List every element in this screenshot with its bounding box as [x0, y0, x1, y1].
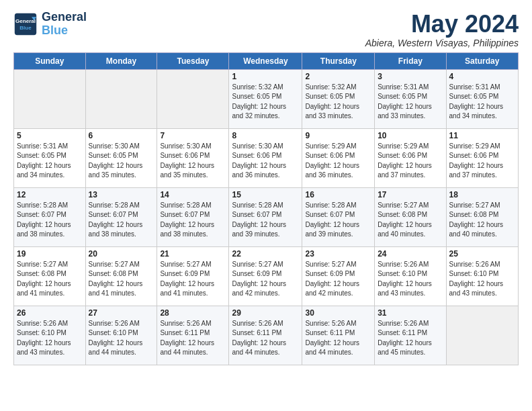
day-detail: Sunrise: 5:30 AM Sunset: 6:05 PM Dayligh… [89, 142, 154, 181]
day-number: 7 [160, 131, 226, 140]
logo-line1: General [42, 11, 87, 24]
day-header: Friday [375, 52, 446, 69]
day-detail: Sunrise: 5:26 AM Sunset: 6:11 PM Dayligh… [160, 319, 226, 358]
calendar-cell: 14Sunrise: 5:28 AM Sunset: 6:07 PM Dayli… [157, 187, 229, 246]
day-number: 10 [378, 131, 443, 140]
calendar-cell: 15Sunrise: 5:28 AM Sunset: 6:07 PM Dayli… [229, 187, 302, 246]
calendar-cell: 23Sunrise: 5:27 AM Sunset: 6:09 PM Dayli… [302, 246, 375, 306]
day-number: 19 [17, 249, 83, 259]
logo-icon: General Blue [13, 12, 38, 36]
calendar-cell: 26Sunrise: 5:26 AM Sunset: 6:10 PM Dayli… [14, 306, 86, 365]
calendar-cell: 27Sunrise: 5:26 AM Sunset: 6:10 PM Dayli… [85, 306, 157, 365]
day-number: 28 [160, 308, 226, 318]
day-detail: Sunrise: 5:27 AM Sunset: 6:09 PM Dayligh… [232, 260, 299, 299]
day-number: 16 [305, 190, 371, 199]
day-number: 31 [378, 308, 443, 318]
day-detail: Sunrise: 5:27 AM Sunset: 6:08 PM Dayligh… [89, 260, 154, 299]
day-number: 6 [89, 131, 154, 140]
day-number: 23 [305, 249, 371, 259]
day-detail: Sunrise: 5:32 AM Sunset: 6:05 PM Dayligh… [232, 83, 299, 122]
calendar-cell: 17Sunrise: 5:27 AM Sunset: 6:08 PM Dayli… [375, 187, 446, 246]
day-detail: Sunrise: 5:26 AM Sunset: 6:10 PM Dayligh… [89, 319, 154, 358]
day-number: 14 [160, 190, 226, 199]
calendar-cell: 5Sunrise: 5:31 AM Sunset: 6:05 PM Daylig… [14, 128, 86, 187]
calendar-cell: 28Sunrise: 5:26 AM Sunset: 6:11 PM Dayli… [157, 306, 229, 365]
day-detail: Sunrise: 5:27 AM Sunset: 6:08 PM Dayligh… [17, 260, 83, 299]
day-header: Tuesday [157, 52, 229, 69]
day-number: 21 [160, 249, 226, 259]
calendar-cell [157, 69, 229, 128]
day-number: 11 [449, 131, 515, 140]
day-detail: Sunrise: 5:30 AM Sunset: 6:06 PM Dayligh… [232, 142, 299, 181]
day-detail: Sunrise: 5:29 AM Sunset: 6:06 PM Dayligh… [378, 142, 443, 181]
day-number: 15 [232, 190, 299, 199]
day-detail: Sunrise: 5:26 AM Sunset: 6:10 PM Dayligh… [378, 260, 443, 299]
calendar-cell: 18Sunrise: 5:27 AM Sunset: 6:08 PM Dayli… [446, 187, 518, 246]
day-detail: Sunrise: 5:28 AM Sunset: 6:07 PM Dayligh… [89, 201, 154, 240]
day-number: 17 [378, 190, 443, 199]
calendar-table: SundayMondayTuesdayWednesdayThursdayFrid… [13, 52, 519, 365]
day-header: Wednesday [229, 52, 302, 69]
calendar-week-row: 26Sunrise: 5:26 AM Sunset: 6:10 PM Dayli… [14, 306, 519, 365]
calendar-header: SundayMondayTuesdayWednesdayThursdayFrid… [14, 52, 519, 69]
day-number: 24 [378, 249, 443, 259]
day-detail: Sunrise: 5:28 AM Sunset: 6:07 PM Dayligh… [17, 201, 83, 240]
calendar-cell: 8Sunrise: 5:30 AM Sunset: 6:06 PM Daylig… [229, 128, 302, 187]
calendar-cell: 16Sunrise: 5:28 AM Sunset: 6:07 PM Dayli… [302, 187, 375, 246]
day-number: 1 [232, 72, 299, 81]
day-header: Thursday [302, 52, 375, 69]
calendar-cell [446, 306, 518, 365]
title-area: May 2024 Abiera, Western Visayas, Philip… [365, 11, 519, 48]
svg-text:Blue: Blue [19, 25, 32, 31]
calendar-cell [14, 69, 86, 128]
day-detail: Sunrise: 5:26 AM Sunset: 6:11 PM Dayligh… [305, 319, 371, 358]
day-detail: Sunrise: 5:28 AM Sunset: 6:07 PM Dayligh… [232, 201, 299, 240]
day-number: 2 [305, 72, 371, 81]
calendar-body: 1Sunrise: 5:32 AM Sunset: 6:05 PM Daylig… [14, 69, 519, 365]
logo-line2: Blue [42, 24, 87, 38]
day-header: Monday [85, 52, 157, 69]
calendar-cell: 9Sunrise: 5:29 AM Sunset: 6:06 PM Daylig… [302, 128, 375, 187]
calendar-week-row: 1Sunrise: 5:32 AM Sunset: 6:05 PM Daylig… [14, 69, 519, 128]
page: General Blue General Blue May 2024 Abier… [0, 0, 532, 411]
day-detail: Sunrise: 5:26 AM Sunset: 6:10 PM Dayligh… [449, 260, 515, 299]
day-number: 27 [89, 308, 154, 318]
calendar-cell: 29Sunrise: 5:26 AM Sunset: 6:11 PM Dayli… [229, 306, 302, 365]
day-detail: Sunrise: 5:31 AM Sunset: 6:05 PM Dayligh… [378, 83, 443, 122]
day-number: 30 [305, 308, 371, 318]
day-detail: Sunrise: 5:28 AM Sunset: 6:07 PM Dayligh… [305, 201, 371, 240]
subtitle: Abiera, Western Visayas, Philippines [365, 38, 519, 48]
main-title: May 2024 [365, 11, 519, 38]
day-detail: Sunrise: 5:28 AM Sunset: 6:07 PM Dayligh… [160, 201, 226, 240]
calendar-cell: 25Sunrise: 5:26 AM Sunset: 6:10 PM Dayli… [446, 246, 518, 306]
calendar-week-row: 19Sunrise: 5:27 AM Sunset: 6:08 PM Dayli… [14, 246, 519, 306]
calendar-cell: 20Sunrise: 5:27 AM Sunset: 6:08 PM Dayli… [85, 246, 157, 306]
calendar-cell: 24Sunrise: 5:26 AM Sunset: 6:10 PM Dayli… [375, 246, 446, 306]
day-number: 5 [17, 131, 83, 140]
day-detail: Sunrise: 5:26 AM Sunset: 6:11 PM Dayligh… [378, 319, 443, 358]
calendar-cell: 7Sunrise: 5:30 AM Sunset: 6:06 PM Daylig… [157, 128, 229, 187]
day-number: 29 [232, 308, 299, 318]
day-number: 13 [89, 190, 154, 199]
calendar-cell: 30Sunrise: 5:26 AM Sunset: 6:11 PM Dayli… [302, 306, 375, 365]
calendar-cell: 3Sunrise: 5:31 AM Sunset: 6:05 PM Daylig… [375, 69, 446, 128]
day-detail: Sunrise: 5:27 AM Sunset: 6:09 PM Dayligh… [160, 260, 226, 299]
day-detail: Sunrise: 5:32 AM Sunset: 6:05 PM Dayligh… [305, 83, 371, 122]
day-detail: Sunrise: 5:30 AM Sunset: 6:06 PM Dayligh… [160, 142, 226, 181]
day-number: 22 [232, 249, 299, 259]
calendar-cell: 12Sunrise: 5:28 AM Sunset: 6:07 PM Dayli… [14, 187, 86, 246]
day-detail: Sunrise: 5:27 AM Sunset: 6:08 PM Dayligh… [449, 201, 515, 240]
day-number: 18 [449, 190, 515, 199]
day-detail: Sunrise: 5:26 AM Sunset: 6:10 PM Dayligh… [17, 319, 83, 358]
day-number: 26 [17, 308, 83, 318]
calendar-week-row: 5Sunrise: 5:31 AM Sunset: 6:05 PM Daylig… [14, 128, 519, 187]
header-row: SundayMondayTuesdayWednesdayThursdayFrid… [14, 52, 519, 69]
calendar-cell: 21Sunrise: 5:27 AM Sunset: 6:09 PM Dayli… [157, 246, 229, 306]
calendar-cell: 13Sunrise: 5:28 AM Sunset: 6:07 PM Dayli… [85, 187, 157, 246]
calendar-week-row: 12Sunrise: 5:28 AM Sunset: 6:07 PM Dayli… [14, 187, 519, 246]
calendar-cell: 31Sunrise: 5:26 AM Sunset: 6:11 PM Dayli… [375, 306, 446, 365]
day-detail: Sunrise: 5:29 AM Sunset: 6:06 PM Dayligh… [449, 142, 515, 181]
calendar-cell: 4Sunrise: 5:31 AM Sunset: 6:05 PM Daylig… [446, 69, 518, 128]
day-number: 8 [232, 131, 299, 140]
calendar-cell: 2Sunrise: 5:32 AM Sunset: 6:05 PM Daylig… [302, 69, 375, 128]
